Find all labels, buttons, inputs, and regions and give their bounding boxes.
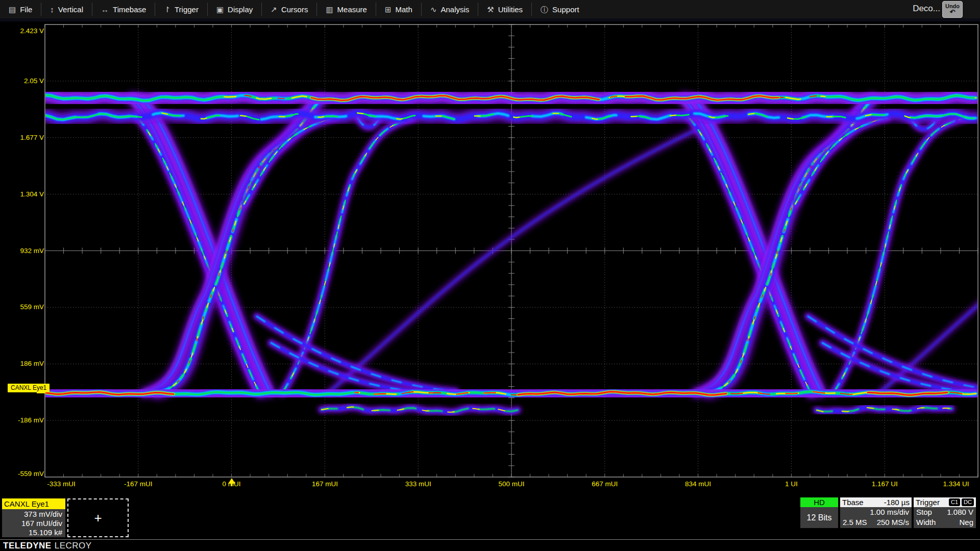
y-axis-label: 186 mV <box>1 360 44 367</box>
x-axis-label: 0 mUI <box>206 480 257 488</box>
tbase-scale: 1.00 ms/div <box>870 507 909 517</box>
measure-icon: ▥ <box>326 6 333 13</box>
channel-badge[interactable]: CANXL Eye1 <box>8 384 50 392</box>
menu-item-label: File <box>20 5 32 14</box>
bottom-separator <box>0 539 980 540</box>
eye-diagram-trace <box>45 65 980 439</box>
trace-descriptor-title: CANXL Eye1 <box>2 498 65 509</box>
x-axis-label: -167 mUI <box>113 480 164 488</box>
x-axis-label: 1 UI <box>766 480 817 488</box>
x-axis-label: 500 mUI <box>486 480 537 488</box>
trigger-coupling-badge: DC <box>962 498 974 506</box>
x-axis-label: 1.167 UI <box>859 480 910 488</box>
menu-item-measure[interactable]: ▥Measure <box>317 0 376 18</box>
trigger-status-box[interactable]: Trigger C1 DC Stop 1.080 V Width Neg <box>914 497 976 528</box>
file-icon: ▤ <box>9 6 16 13</box>
descriptor-line: 373 mV/div <box>2 510 62 519</box>
teledyne-lecroy-logo: TELEDYNELECROY <box>3 541 92 551</box>
menu-item-vertical[interactable]: ↕Vertical <box>41 0 92 18</box>
menu-item-label: Display <box>228 5 253 14</box>
x-axis-label: 834 mUI <box>673 480 724 488</box>
trace-descriptor-body: 373 mV/div167 mUI/div15.109 k# <box>2 509 65 537</box>
menu-bar: ▤File↕Vertical↔Timebase↾Trigger▣Display↗… <box>0 0 980 18</box>
y-axis-label: 2.05 V <box>1 77 44 85</box>
x-axis-label: 333 mUI <box>393 480 444 488</box>
y-axis-label: 1.304 V <box>1 190 44 198</box>
timebase-status-box[interactable]: Tbase -180 µs 1.00 ms/div 2.5 MS 250 MS/… <box>840 497 912 528</box>
hd-header: HD <box>800 497 838 507</box>
logo-lecroy: LECROY <box>55 541 92 550</box>
descriptor-line: 15.109 k# <box>2 528 62 537</box>
x-axis-label: -333 mUI <box>36 480 87 488</box>
trigger-icon: ↾ <box>164 6 170 13</box>
deco-truncated-label[interactable]: Deco... <box>913 4 940 14</box>
utilities-icon: ⚒ <box>487 6 494 13</box>
math-icon: ⊞ <box>385 6 391 13</box>
menu-item-file[interactable]: ▤File <box>0 0 41 18</box>
channel-badge-tick <box>37 392 45 393</box>
trace-descriptor-box[interactable]: CANXL Eye1 373 mV/div167 mUI/div15.109 k… <box>2 498 65 537</box>
menu-under-strip <box>0 18 980 21</box>
trigger-mode: Stop <box>916 507 932 517</box>
oscilloscope-app: ▤File↕Vertical↔Timebase↾Trigger▣Display↗… <box>0 0 980 551</box>
trigger-label: Trigger <box>916 497 940 507</box>
menu-item-label: Analysis <box>440 5 469 14</box>
trigger-slope: Neg <box>959 517 973 528</box>
support-icon: ⓘ <box>541 6 548 13</box>
menu-item-display[interactable]: ▣Display <box>208 0 261 18</box>
y-axis-label: 932 mV <box>1 247 44 255</box>
menu-item-trigger[interactable]: ↾Trigger <box>155 0 207 18</box>
x-axis-label: 667 mUI <box>579 480 630 488</box>
trigger-type: Width <box>916 517 936 528</box>
x-axis-label: 167 mUI <box>299 480 350 488</box>
undo-button[interactable]: Undo ↶ <box>942 1 963 18</box>
y-axis-label: 1.677 V <box>1 134 44 141</box>
menu-item-label: Timebase <box>113 5 146 14</box>
tbase-samples: 2.5 MS <box>843 517 867 528</box>
menu-item-label: Support <box>552 5 579 14</box>
hd-status-box[interactable]: HD 12 Bits <box>800 497 838 528</box>
menu-item-analysis[interactable]: ∿Analysis <box>422 0 478 18</box>
trigger-source-badge: C1 <box>949 498 960 506</box>
plus-icon: + <box>94 510 102 526</box>
menu-item-label: Math <box>396 5 412 14</box>
logo-teledyne: TELEDYNE <box>3 541 52 550</box>
undo-arrow-icon: ↶ <box>950 9 955 15</box>
y-axis-label: 2.423 V <box>1 27 44 35</box>
tbase-rate: 250 MS/s <box>877 517 909 528</box>
graticule[interactable] <box>0 0 980 551</box>
menu-item-label: Utilities <box>498 5 523 14</box>
menu-item-math[interactable]: ⊞Math <box>376 0 421 18</box>
menu-item-support[interactable]: ⓘSupport <box>532 0 588 18</box>
descriptor-line: 167 mUI/div <box>2 519 62 528</box>
tbase-label: Tbase <box>842 497 864 507</box>
menu-item-label: Cursors <box>281 5 308 14</box>
y-axis-label: 559 mV <box>1 303 44 311</box>
menu-item-utilities[interactable]: ⚒Utilities <box>478 0 531 18</box>
y-axis-label: -186 mV <box>1 416 44 424</box>
vertical-icon: ↕ <box>50 6 54 13</box>
tbase-offset: -180 µs <box>884 497 910 507</box>
x-axis-label: 1.334 UI <box>930 480 980 488</box>
y-axis-label: -559 mV <box>1 470 44 478</box>
menu-item-cursors[interactable]: ↗Cursors <box>262 0 316 18</box>
menu-item-label: Vertical <box>58 5 83 14</box>
display-icon: ▣ <box>216 6 224 13</box>
menu-item-timebase[interactable]: ↔Timebase <box>92 0 155 18</box>
cursors-icon: ↗ <box>271 6 277 13</box>
hd-bits: 12 Bits <box>800 507 838 528</box>
timebase-icon: ↔ <box>101 6 109 13</box>
trigger-level: 1.080 V <box>947 507 973 517</box>
menu-item-label: Trigger <box>175 5 199 14</box>
analysis-icon: ∿ <box>430 6 437 13</box>
menu-item-label: Measure <box>337 5 367 14</box>
add-trace-button[interactable]: + <box>67 498 129 537</box>
